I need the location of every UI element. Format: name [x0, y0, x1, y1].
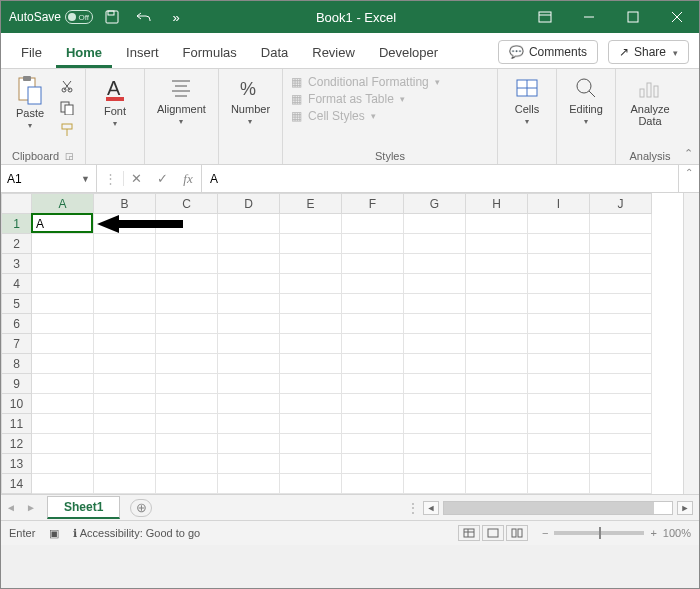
cell-D11[interactable] — [218, 414, 280, 434]
cell-E1[interactable] — [280, 214, 342, 234]
cell-I13[interactable] — [528, 454, 590, 474]
col-header-H[interactable]: H — [466, 194, 528, 214]
dialog-launcher-icon[interactable]: ◲ — [65, 151, 74, 161]
cell-D7[interactable] — [218, 334, 280, 354]
page-layout-view-icon[interactable] — [482, 525, 504, 541]
cell-E14[interactable] — [280, 474, 342, 494]
cell-C10[interactable] — [156, 394, 218, 414]
cell-H7[interactable] — [466, 334, 528, 354]
cancel-icon[interactable]: ✕ — [123, 171, 149, 186]
cell-F4[interactable] — [342, 274, 404, 294]
cell-D8[interactable] — [218, 354, 280, 374]
cell-J12[interactable] — [590, 434, 652, 454]
cell-B5[interactable] — [94, 294, 156, 314]
cell-J3[interactable] — [590, 254, 652, 274]
undo-icon[interactable] — [131, 3, 157, 31]
cell-G9[interactable] — [404, 374, 466, 394]
cell-A10[interactable] — [32, 394, 94, 414]
page-break-view-icon[interactable] — [506, 525, 528, 541]
cell-J8[interactable] — [590, 354, 652, 374]
copy-icon[interactable] — [57, 99, 77, 117]
minimize-icon[interactable] — [567, 1, 611, 33]
cell-B12[interactable] — [94, 434, 156, 454]
cell-G6[interactable] — [404, 314, 466, 334]
scroll-right-icon[interactable]: ► — [677, 501, 693, 515]
cell-E9[interactable] — [280, 374, 342, 394]
zoom-out-icon[interactable]: − — [542, 527, 548, 539]
cell-H8[interactable] — [466, 354, 528, 374]
cell-C4[interactable] — [156, 274, 218, 294]
cell-A8[interactable] — [32, 354, 94, 374]
cell-B2[interactable] — [94, 234, 156, 254]
col-header-I[interactable]: I — [528, 194, 590, 214]
cell-C5[interactable] — [156, 294, 218, 314]
sheet-tab-sheet1[interactable]: Sheet1 — [47, 496, 120, 519]
cell-G14[interactable] — [404, 474, 466, 494]
ribbon-display-icon[interactable] — [523, 1, 567, 33]
close-icon[interactable] — [655, 1, 699, 33]
save-icon[interactable] — [99, 3, 125, 31]
sheet-nav-next-icon[interactable]: ► — [21, 502, 41, 513]
maximize-icon[interactable] — [611, 1, 655, 33]
cell-H10[interactable] — [466, 394, 528, 414]
horizontal-scrollbar[interactable] — [443, 501, 673, 515]
tab-data[interactable]: Data — [251, 39, 298, 68]
cell-A4[interactable] — [32, 274, 94, 294]
zoom-slider[interactable] — [554, 531, 644, 535]
cell-H11[interactable] — [466, 414, 528, 434]
cell-J1[interactable] — [590, 214, 652, 234]
zoom-level[interactable]: 100% — [663, 527, 691, 539]
cell-styles-button[interactable]: ▦Cell Styles▾ — [291, 109, 440, 123]
cell-G7[interactable] — [404, 334, 466, 354]
row-header-3[interactable]: 3 — [2, 254, 32, 274]
tab-formulas[interactable]: Formulas — [173, 39, 247, 68]
cell-C13[interactable] — [156, 454, 218, 474]
format-painter-icon[interactable] — [57, 121, 77, 139]
tab-home[interactable]: Home — [56, 39, 112, 68]
cell-I12[interactable] — [528, 434, 590, 454]
cell-B7[interactable] — [94, 334, 156, 354]
cell-A11[interactable] — [32, 414, 94, 434]
cell-D9[interactable] — [218, 374, 280, 394]
cell-C6[interactable] — [156, 314, 218, 334]
row-header-4[interactable]: 4 — [2, 274, 32, 294]
cell-I14[interactable] — [528, 474, 590, 494]
cell-A5[interactable] — [32, 294, 94, 314]
row-header-13[interactable]: 13 — [2, 454, 32, 474]
cell-J11[interactable] — [590, 414, 652, 434]
cell-I5[interactable] — [528, 294, 590, 314]
tab-split-handle[interactable]: ⋮ — [407, 501, 419, 515]
row-header-2[interactable]: 2 — [2, 234, 32, 254]
cell-H12[interactable] — [466, 434, 528, 454]
font-button[interactable]: A Font ▾ — [94, 73, 136, 130]
cell-I9[interactable] — [528, 374, 590, 394]
cell-D10[interactable] — [218, 394, 280, 414]
cell-J14[interactable] — [590, 474, 652, 494]
cell-E10[interactable] — [280, 394, 342, 414]
cell-I2[interactable] — [528, 234, 590, 254]
cell-I4[interactable] — [528, 274, 590, 294]
cell-B9[interactable] — [94, 374, 156, 394]
cell-I3[interactable] — [528, 254, 590, 274]
cell-F1[interactable] — [342, 214, 404, 234]
cell-E11[interactable] — [280, 414, 342, 434]
cell-B11[interactable] — [94, 414, 156, 434]
cell-B6[interactable] — [94, 314, 156, 334]
cell-B4[interactable] — [94, 274, 156, 294]
cell-F8[interactable] — [342, 354, 404, 374]
formula-bar[interactable]: A — [202, 165, 679, 192]
cell-G8[interactable] — [404, 354, 466, 374]
autosave-toggle[interactable]: AutoSave Off — [9, 10, 93, 24]
cell-B14[interactable] — [94, 474, 156, 494]
worksheet-grid[interactable]: A B C D E F G H I J 1A234567891011121314 — [1, 193, 699, 495]
cell-E2[interactable] — [280, 234, 342, 254]
col-header-F[interactable]: F — [342, 194, 404, 214]
cell-I7[interactable] — [528, 334, 590, 354]
cell-D1[interactable] — [218, 214, 280, 234]
cell-E5[interactable] — [280, 294, 342, 314]
cell-C3[interactable] — [156, 254, 218, 274]
col-header-C[interactable]: C — [156, 194, 218, 214]
cell-J7[interactable] — [590, 334, 652, 354]
cell-E3[interactable] — [280, 254, 342, 274]
row-header-5[interactable]: 5 — [2, 294, 32, 314]
